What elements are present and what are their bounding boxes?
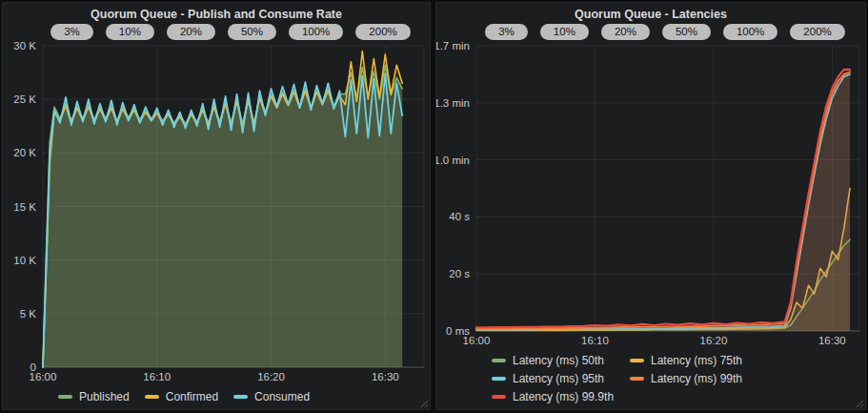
panel-title[interactable]: Quorum Queue - Latencies	[436, 3, 865, 21]
chart-svg: 16:0016:1016:2016:300 ms20 s40 s1.0 min1…	[436, 42, 865, 347]
legend-swatch	[233, 395, 248, 399]
annotation-pill[interactable]: 3%	[50, 24, 93, 40]
annotation-pill[interactable]: 100%	[289, 24, 343, 40]
y-axis-tick-label: 25 K	[13, 93, 36, 105]
legend-label: Latency (ms) 99th	[651, 372, 742, 385]
legend-label: Latency (ms) 99.9th	[513, 390, 614, 403]
annotation-pill[interactable]: 10%	[106, 24, 154, 40]
legend-item[interactable]: Latency (ms) 95th	[492, 372, 630, 385]
x-axis-tick-label: 16:20	[700, 335, 728, 346]
annotation-pill[interactable]: 10%	[540, 24, 589, 40]
y-axis-tick-label: 5 K	[20, 308, 37, 320]
legend-swatch	[630, 359, 644, 362]
series-area-latency-ms-99-9th	[476, 70, 850, 331]
y-axis-tick-label: 20 s	[449, 268, 470, 279]
legend-swatch	[630, 377, 644, 381]
y-axis-tick-label: 10 K	[13, 255, 36, 266]
annotation-pill[interactable]: 20%	[601, 24, 650, 40]
y-axis-tick-label: 1.0 min	[436, 155, 470, 166]
legend-label: Consumed	[254, 390, 310, 403]
y-axis-tick-label: 20 K	[13, 147, 36, 158]
y-axis-tick-label: 15 K	[13, 201, 36, 213]
panel-latencies: Quorum Queue - Latencies 3%10%20%50%100%…	[435, 2, 866, 410]
y-axis-tick-label: 0 ms	[446, 325, 470, 337]
legend-label: Latency (ms) 75th	[651, 354, 742, 367]
legend-item[interactable]: Latency (ms) 99.9th	[492, 390, 630, 403]
x-axis-tick-label: 16:20	[257, 371, 285, 382]
latency-chart-legend: Latency (ms) 50thLatency (ms) 75thLatenc…	[436, 347, 865, 409]
y-axis-tick-label: 0	[30, 361, 36, 373]
legend-item[interactable]: Latency (ms) 75th	[630, 354, 768, 367]
annotation-pill[interactable]: 200%	[355, 24, 410, 40]
annotation-pill[interactable]: 50%	[228, 24, 276, 40]
rate-chart-legend: PublishedConfirmedConsumed	[3, 383, 430, 409]
legend-label: Latency (ms) 95th	[513, 372, 604, 385]
annotation-pill[interactable]: 3%	[485, 24, 528, 40]
x-axis-tick-label: 16:30	[372, 371, 399, 382]
x-axis-tick-label: 16:10	[143, 371, 171, 382]
legend-swatch	[58, 395, 72, 399]
y-axis-tick-label: 1.7 min	[436, 42, 470, 52]
annotation-pill[interactable]: 100%	[723, 24, 777, 40]
panel-publish-consume-rate: Quorum Queue - Publish and Consume Rate …	[2, 2, 431, 410]
legend-item[interactable]: Latency (ms) 99th	[630, 372, 768, 385]
legend-item[interactable]: Confirmed	[145, 390, 218, 403]
panel-resize-handle[interactable]	[419, 399, 428, 407]
y-axis-tick-label: 1.3 min	[436, 97, 470, 109]
latency-chart[interactable]: 16:0016:1016:2016:300 ms20 s40 s1.0 min1…	[436, 42, 865, 347]
legend-label: Confirmed	[166, 390, 218, 403]
legend-item[interactable]: Consumed	[233, 390, 310, 403]
x-axis-tick-label: 16:10	[581, 335, 609, 346]
legend-item[interactable]: Latency (ms) 50th	[492, 354, 630, 367]
legend-swatch	[145, 395, 159, 399]
legend-swatch	[492, 395, 506, 399]
annotation-pill[interactable]: 200%	[790, 24, 844, 40]
panel-resize-handle[interactable]	[855, 399, 863, 407]
panel-title[interactable]: Quorum Queue - Publish and Consume Rate	[3, 3, 430, 21]
legend-swatch	[492, 359, 506, 362]
grafana-dashboard: Quorum Queue - Publish and Consume Rate …	[0, 0, 868, 413]
legend-label: Latency (ms) 50th	[513, 354, 604, 367]
y-axis-tick-label: 30 K	[13, 42, 36, 52]
annotation-pill[interactable]: 50%	[662, 24, 711, 40]
annotation-pill-row: 3%10%20%50%100%200%	[436, 21, 865, 42]
annotation-pill[interactable]: 20%	[167, 24, 215, 40]
rate-chart[interactable]: 16:0016:1016:2016:3005 K10 K15 K20 K25 K…	[3, 42, 430, 383]
chart-svg: 16:0016:1016:2016:3005 K10 K15 K20 K25 K…	[3, 42, 430, 383]
legend-swatch	[492, 377, 506, 381]
y-axis-tick-label: 40 s	[449, 211, 470, 222]
x-axis-tick-label: 16:30	[818, 335, 846, 346]
annotation-pill-row: 3%10%20%50%100%200%	[3, 21, 430, 42]
legend-label: Published	[79, 390, 130, 403]
legend-item[interactable]: Published	[58, 390, 130, 403]
